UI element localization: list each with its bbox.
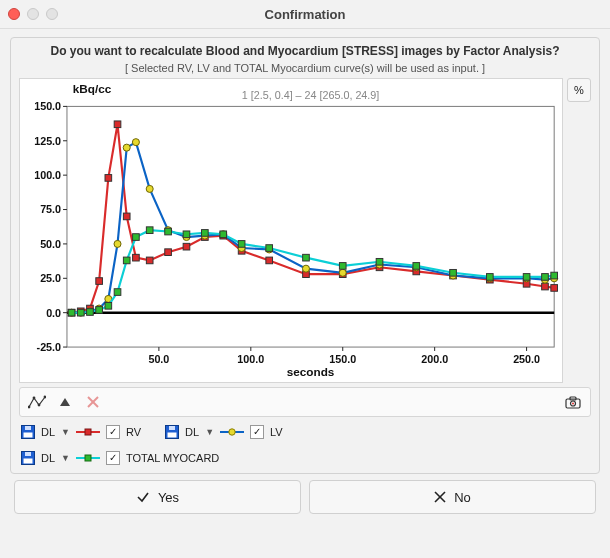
svg-rect-115	[24, 433, 33, 438]
svg-rect-0	[67, 106, 554, 347]
no-button[interactable]: No	[309, 480, 596, 514]
chevron-down-icon[interactable]: ▼	[61, 453, 70, 463]
chart-toolbar	[19, 387, 591, 417]
legend-item-lv: DL ▼ ✓ LV	[165, 425, 283, 439]
svg-rect-98	[450, 269, 457, 276]
legend-item-total: DL ▼ ✓ TOTAL MYOCARD	[21, 451, 589, 465]
window-controls	[8, 8, 58, 20]
svg-rect-45	[266, 257, 273, 264]
yes-button[interactable]: Yes	[14, 480, 301, 514]
svg-rect-96	[376, 258, 383, 265]
confirmation-window: Confirmation Do you want to recalculate …	[0, 0, 610, 558]
dl-label: DL	[41, 452, 55, 464]
chart-row: -25.00.025.050.075.0100.0125.0150.050.01…	[19, 78, 591, 383]
svg-text:150.0: 150.0	[34, 100, 61, 112]
subquestion-text: [ Selected RV, LV and TOTAL Myocardium c…	[19, 62, 591, 74]
svg-rect-95	[339, 263, 346, 270]
svg-text:50.0: 50.0	[148, 353, 169, 365]
svg-rect-86	[133, 234, 140, 241]
svg-point-112	[572, 403, 574, 405]
svg-text:-25.0: -25.0	[37, 341, 62, 353]
series-checkbox-rv[interactable]: ✓	[106, 425, 120, 439]
svg-rect-93	[266, 245, 273, 252]
dl-label: DL	[41, 426, 55, 438]
series-marker-rv	[76, 425, 100, 439]
svg-text:125.0: 125.0	[34, 135, 61, 147]
series-marker-lv	[220, 425, 244, 439]
svg-point-123	[229, 429, 235, 435]
legend-row: DL ▼ ✓ RV DL ▼ ✓ LV	[19, 421, 591, 465]
svg-rect-36	[114, 121, 121, 128]
save-icon[interactable]	[21, 425, 35, 439]
svg-rect-37	[123, 213, 130, 220]
series-marker-total	[76, 451, 100, 465]
svg-text:200.0: 200.0	[421, 353, 448, 365]
svg-rect-80	[77, 309, 84, 316]
chevron-down-icon[interactable]: ▼	[205, 427, 214, 437]
question-text: Do you want to recalculate Blood and Myo…	[19, 44, 591, 58]
series-label-total: TOTAL MYOCARD	[126, 452, 219, 464]
svg-rect-97	[413, 263, 420, 270]
svg-point-71	[339, 269, 346, 276]
svg-rect-94	[303, 254, 310, 261]
svg-text:150.0: 150.0	[329, 353, 356, 365]
series-label-lv: LV	[270, 426, 283, 438]
svg-point-70	[302, 265, 309, 272]
triangle-up-button[interactable]	[54, 392, 76, 412]
svg-rect-87	[146, 227, 153, 234]
chart-box: -25.00.025.050.075.0100.0125.0150.050.01…	[19, 78, 563, 383]
svg-rect-85	[123, 257, 130, 264]
zoom-icon	[46, 8, 58, 20]
svg-rect-89	[183, 231, 190, 238]
button-row: Yes No	[10, 480, 600, 518]
svg-marker-107	[60, 398, 70, 406]
minimize-icon	[27, 8, 39, 20]
close-icon[interactable]	[8, 8, 20, 20]
svg-rect-84	[114, 289, 121, 296]
svg-rect-101	[542, 274, 549, 281]
svg-rect-40	[165, 249, 172, 256]
save-icon[interactable]	[21, 451, 35, 465]
svg-rect-35	[105, 175, 112, 182]
series-label-rv: RV	[126, 426, 141, 438]
svg-rect-54	[551, 285, 558, 292]
svg-text:0.0: 0.0	[46, 307, 61, 319]
svg-point-104	[33, 397, 36, 400]
series-checkbox-lv[interactable]: ✓	[250, 425, 264, 439]
legend-item-rv: DL ▼ ✓ RV	[21, 425, 141, 439]
svg-rect-128	[85, 455, 91, 461]
svg-rect-82	[96, 307, 103, 314]
save-icon[interactable]	[165, 425, 179, 439]
svg-point-63	[146, 185, 153, 192]
svg-point-61	[123, 144, 130, 151]
delete-tool-button	[82, 392, 104, 412]
svg-text:kBq/cc: kBq/cc	[73, 82, 112, 95]
polyline-tool-button[interactable]	[26, 392, 48, 412]
svg-rect-53	[542, 283, 549, 290]
dl-label: DL	[185, 426, 199, 438]
svg-rect-39	[146, 257, 153, 264]
svg-text:250.0: 250.0	[513, 353, 540, 365]
yes-label: Yes	[158, 490, 179, 505]
svg-text:100.0: 100.0	[34, 169, 61, 181]
svg-point-105	[38, 404, 41, 407]
svg-rect-34	[96, 278, 103, 285]
svg-rect-90	[202, 230, 209, 237]
no-label: No	[454, 490, 471, 505]
main-panel: Do you want to recalculate Blood and Myo…	[10, 37, 600, 474]
percent-button[interactable]: %	[567, 78, 591, 102]
svg-point-62	[132, 139, 139, 146]
series-checkbox-total[interactable]: ✓	[106, 451, 120, 465]
svg-text:seconds: seconds	[287, 365, 335, 378]
curve-chart: -25.00.025.050.075.0100.0125.0150.050.01…	[20, 79, 562, 382]
svg-rect-125	[24, 459, 33, 464]
chevron-down-icon[interactable]: ▼	[61, 427, 70, 437]
svg-rect-118	[85, 429, 91, 435]
svg-rect-120	[168, 433, 177, 438]
svg-text:1 [2.5, 0.4] – 24 [265.0, 24.9: 1 [2.5, 0.4] – 24 [265.0, 24.9]	[242, 89, 379, 101]
svg-rect-126	[25, 452, 31, 456]
titlebar: Confirmation	[0, 0, 610, 29]
svg-text:50.0: 50.0	[40, 238, 61, 250]
camera-button[interactable]	[562, 392, 584, 412]
svg-rect-81	[87, 309, 94, 316]
